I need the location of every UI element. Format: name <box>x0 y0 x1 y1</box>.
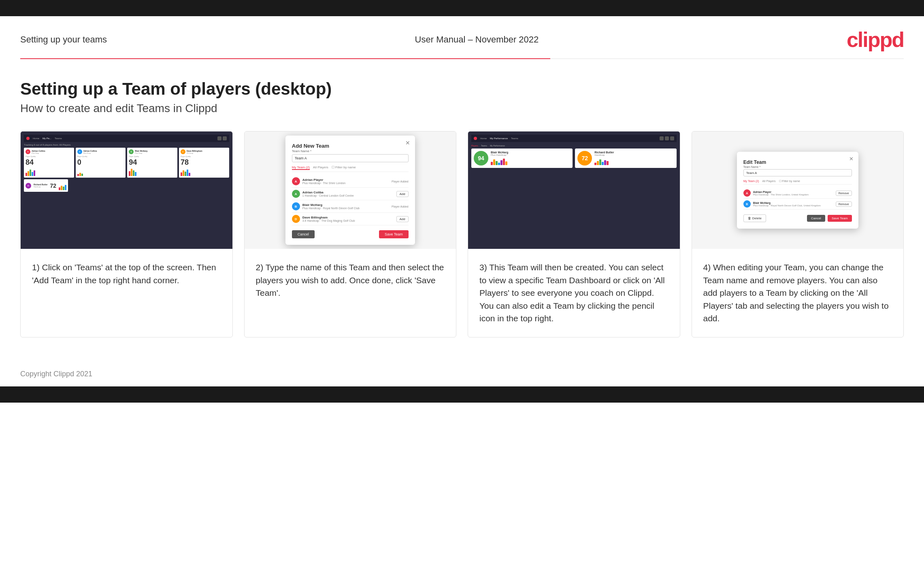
ss3-dashboard: Home My Performance Teams Players Teams … <box>468 132 680 249</box>
ss1-bottom-row: R Richard Butler Handicap 72 <box>24 179 229 192</box>
ss2-avatar-2: A <box>292 190 300 198</box>
ss1-logo <box>26 137 30 140</box>
ss2-player-added-badge-3: Player Added <box>392 205 409 208</box>
ss3-players-grid: 94 Blair McHarg Plus Handicap <box>471 148 677 168</box>
ss1-navbar: Home My Pe... Teams <box>24 135 229 142</box>
ss4-player-info-2: Blair McHarg Plus Handicap · Royal North… <box>753 202 836 207</box>
ss2-players-list: A Adrian Player Plus Handicap · The Shir… <box>292 175 409 225</box>
ss4-footer-buttons: 🗑 Delete Cancel Save Team <box>743 214 852 222</box>
ss1-player-1: A Adrian Collins Plus Hcap Player Qualit… <box>24 148 74 178</box>
cards-container: Home My Pe... Teams Tracking 6 out of 8 … <box>0 127 924 362</box>
ss1-bottom-player: R Richard Butler Handicap 72 <box>24 179 68 192</box>
page-title: Setting up a Team of players (desktop) <box>20 79 904 99</box>
card-2: Add New Team ✕ Team Name * Team A My Tea… <box>244 131 457 337</box>
ss4-avatar-2: B <box>743 200 751 208</box>
ss2-tab-my-team[interactable]: My Team (2) <box>292 165 310 170</box>
ss4-players-list: A Adrian Player Plus Handicap · The Shir… <box>743 188 852 210</box>
ss4-avatar-1: A <box>743 189 751 197</box>
ss3-score-2: 72 <box>577 151 592 165</box>
ss2-modal-title: Add New Team <box>292 143 329 149</box>
screenshot-3: Home My Performance Teams Players Teams … <box>468 132 680 249</box>
ss4-remove-player-1-button[interactable]: Remove <box>836 191 852 196</box>
ss2-player-row-4: D Dave Billingham 3.6 Handicap · The Dog… <box>292 213 409 225</box>
ss4-team-name-input: Team A <box>743 169 852 176</box>
ss2-player-name-1: Adrian Player <box>302 178 392 182</box>
ss2-tab-all-players[interactable]: All Players <box>313 165 328 170</box>
ss2-player-club-1: Plus Handicap · The Shire London <box>302 182 392 185</box>
ss4-tabs: My Team (2) All Players ☐ Filter by name <box>743 180 852 185</box>
ss2-player-name-4: Dave Billingham <box>302 216 396 219</box>
ss2-avatar-3: B <box>292 202 300 210</box>
ss2-add-team-modal: Add New Team ✕ Team Name * Team A My Tea… <box>285 136 415 245</box>
ss4-player-name-2: Blair McHarg <box>753 202 836 204</box>
card-3: Home My Performance Teams Players Teams … <box>468 131 680 337</box>
ss2-avatar-1: A <box>292 177 300 185</box>
ss2-cancel-button[interactable]: Cancel <box>292 230 315 238</box>
ss2-tab-filter[interactable]: ☐ Filter by name <box>332 165 356 170</box>
card-1: Home My Pe... Teams Tracking 6 out of 8 … <box>20 131 233 337</box>
ss3-logo <box>474 137 477 140</box>
clippd-logo: clippd <box>847 28 904 52</box>
ss4-player-name-1: Adrian Player <box>753 191 836 193</box>
ss4-tab-my-team[interactable]: My Team (2) <box>743 180 759 183</box>
ss2-player-name-3: Blair McHarg <box>302 203 392 207</box>
ss2-player-row-1: A Adrian Player Plus Handicap · The Shir… <box>292 175 409 188</box>
ss2-player-info-1: Adrian Player Plus Handicap · The Shire … <box>302 178 392 185</box>
ss3-player-2: 72 Richard Butler Handicap <box>575 148 676 168</box>
ss2-add-player-4-button[interactable]: Add <box>396 216 409 222</box>
card-4-text: 4) When editing your Team, you can chang… <box>692 249 904 337</box>
ss2-player-row-3: B Blair McHarg Plus Handicap · Royal Nor… <box>292 200 409 213</box>
ss3-nav-link-3: Teams <box>511 137 518 140</box>
ss2-player-club-4: 3.6 Handicap · The Dog Maging Golf Club <box>302 219 396 222</box>
ss4-tab-filter[interactable]: ☐ Filter by name <box>779 180 800 183</box>
ss3-sub-nav: Players Teams My Performance <box>471 144 677 147</box>
page-subtitle: How to create and edit Teams in Clippd <box>20 102 904 115</box>
ss4-trash-icon: 🗑 <box>748 216 751 220</box>
ss4-modal-title: Edit Team <box>743 159 766 165</box>
ss3-score-1: 94 <box>474 151 488 165</box>
ss1-nav-teams: My Pe... <box>43 137 51 140</box>
ss2-save-team-button[interactable]: Save Team <box>379 230 409 238</box>
ss1-player-4: D Dave Billingham 3.6 Hcap Player Qualit… <box>179 148 229 178</box>
ss3-navbar: Home My Performance Teams <box>471 135 677 142</box>
ss2-add-player-2-button[interactable]: Add <box>396 191 409 197</box>
ss2-player-info-3: Blair McHarg Plus Handicap · Royal North… <box>302 203 392 210</box>
ss2-player-info-2: Adrian Coliba 1 Handicap · Central Londo… <box>302 191 396 197</box>
ss4-player-row-1: A Adrian Player Plus Handicap · The Shir… <box>743 188 852 199</box>
ss2-player-club-3: Plus Handicap · Royal North Devon Golf C… <box>302 207 392 210</box>
ss1-nav-players: Teams <box>55 137 62 140</box>
screenshot-2: Add New Team ✕ Team Name * Team A My Tea… <box>245 132 456 249</box>
ss2-team-name-label: Team Name * <box>292 149 409 153</box>
ss2-avatar-4: D <box>292 215 300 223</box>
card-4: Edit Team ✕ Team Name * Team A My Team (… <box>692 131 904 337</box>
ss2-close-icon: ✕ <box>405 140 410 146</box>
header-center-text: User Manual – November 2022 <box>415 34 539 45</box>
ss4-player-info-1: Adrian Player Plus Handicap · The Shire … <box>753 191 836 196</box>
bottom-bar <box>0 386 924 403</box>
card-1-text: 1) Click on 'Teams' at the top of the sc… <box>21 249 232 337</box>
ss2-player-info-4: Dave Billingham 3.6 Handicap · The Dog M… <box>302 216 396 222</box>
ss4-save-team-button[interactable]: Save Team <box>828 215 852 222</box>
ss4-delete-button[interactable]: 🗑 Delete <box>743 214 766 222</box>
ss1-player-3: B Blair McHarg Plus Hcap Player Quality … <box>127 148 177 178</box>
ss1-nav-home: Home <box>33 137 39 140</box>
copyright-text: Copyright Clippd 2021 <box>20 370 92 378</box>
card-3-text: 3) This Team will then be created. You c… <box>468 249 680 337</box>
ss4-player-club-2: Plus Handicap · Royal North Devon Golf C… <box>753 204 836 207</box>
page-title-section: Setting up a Team of players (desktop) H… <box>0 59 924 127</box>
ss4-team-name-label: Team Name * <box>743 165 852 168</box>
ss4-player-row-2: B Blair McHarg Plus Handicap · Royal Nor… <box>743 199 852 210</box>
ss4-cancel-button[interactable]: Cancel <box>807 215 825 222</box>
ss3-player-1: 94 Blair McHarg Plus Handicap <box>471 148 573 168</box>
ss2-player-added-badge-1: Player Added <box>392 180 409 183</box>
ss4-close-icon: ✕ <box>849 156 854 162</box>
ss4-tab-all-players[interactable]: All Players <box>762 180 776 183</box>
ss3-nav-icons <box>660 136 674 140</box>
ss1-grid: A Adrian Collins Plus Hcap Player Qualit… <box>24 148 229 178</box>
footer: Copyright Clippd 2021 <box>0 362 924 386</box>
header-left-text: Setting up your teams <box>20 34 107 45</box>
ss2-player-name-2: Adrian Coliba <box>302 191 396 194</box>
ss4-remove-player-2-button[interactable]: Remove <box>836 202 852 207</box>
screenshot-1: Home My Pe... Teams Tracking 6 out of 8 … <box>21 132 232 249</box>
ss3-nav-link-1: Home <box>480 137 487 140</box>
